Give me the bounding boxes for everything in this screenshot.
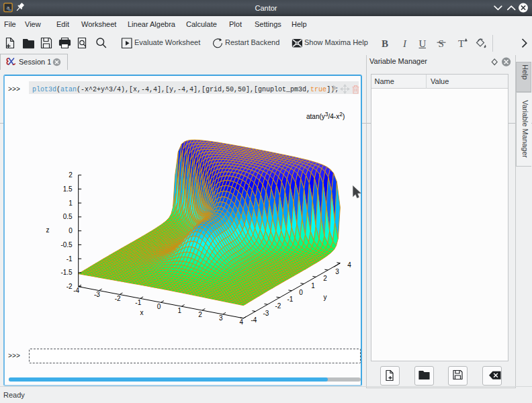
svg-text:-2: -2 bbox=[66, 283, 73, 290]
svg-text:4: 4 bbox=[347, 261, 351, 269]
svg-text:2: 2 bbox=[69, 171, 73, 179]
svg-text:0: 0 bbox=[69, 227, 73, 234]
svg-text:3: 3 bbox=[219, 314, 223, 322]
svg-text:-4: -4 bbox=[73, 287, 79, 294]
svg-text:2: 2 bbox=[198, 311, 202, 318]
svg-text:-2: -2 bbox=[115, 295, 121, 302]
svg-text:1: 1 bbox=[311, 282, 315, 289]
svg-text:4: 4 bbox=[240, 318, 244, 326]
svg-text:z: z bbox=[46, 226, 50, 234]
svg-text:2: 2 bbox=[323, 275, 327, 282]
svg-text:0.5: 0.5 bbox=[63, 213, 73, 220]
svg-text:atan(y3/4-x2): atan(y3/4-x2) bbox=[306, 111, 345, 120]
svg-text:x: x bbox=[140, 309, 144, 316]
svg-text:-1.5: -1.5 bbox=[60, 269, 73, 276]
svg-text:0: 0 bbox=[299, 289, 303, 296]
svg-text:1: 1 bbox=[178, 307, 182, 314]
svg-text:1: 1 bbox=[69, 199, 73, 207]
svg-text:-1: -1 bbox=[135, 299, 141, 306]
svg-text:y: y bbox=[324, 294, 327, 301]
svg-text:-3: -3 bbox=[94, 291, 100, 298]
svg-text:1.5: 1.5 bbox=[63, 185, 73, 193]
svg-text:-1: -1 bbox=[66, 255, 73, 263]
svg-text:-4: -4 bbox=[251, 316, 257, 324]
svg-text:-3: -3 bbox=[263, 310, 269, 317]
svg-text:0: 0 bbox=[157, 303, 161, 310]
svg-text:-1: -1 bbox=[287, 296, 293, 303]
svg-text:3: 3 bbox=[335, 268, 339, 275]
svg-text:-2: -2 bbox=[275, 302, 281, 310]
svg-text:-0.5: -0.5 bbox=[60, 241, 73, 249]
